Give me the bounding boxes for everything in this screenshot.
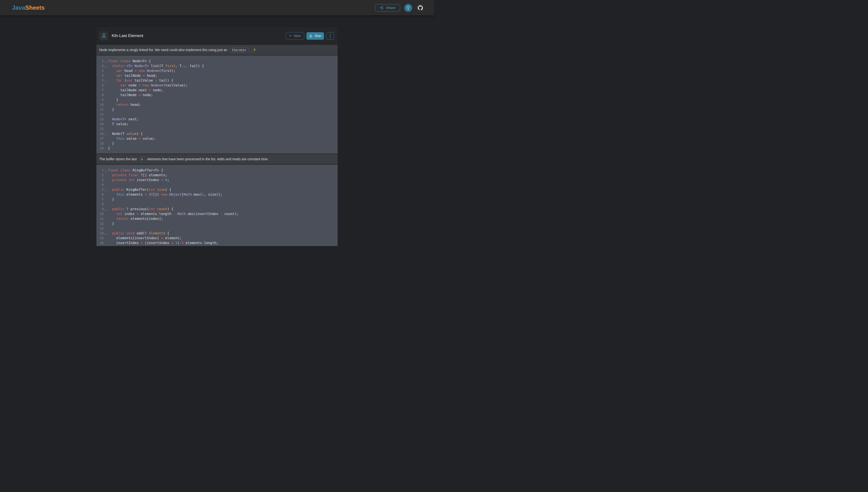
line-number: 15 (98, 127, 104, 131)
code-text: private int insertIndex = 0; (108, 178, 169, 182)
fold-spacer (104, 202, 108, 206)
code-text: tailNode.next = node; (108, 88, 163, 92)
idea-button[interactable] (404, 4, 412, 12)
app-header: JavaSheets Share (0, 0, 434, 16)
line-number: 14 (98, 122, 104, 126)
code-text: public RingBuffer(int size) { (108, 188, 171, 192)
line-number: 14 (98, 231, 104, 235)
line-number: 1 (98, 59, 104, 63)
fold-spacer (104, 226, 108, 231)
fold-toggle-icon[interactable] (104, 231, 108, 236)
fold-spacer (104, 146, 108, 151)
fold-spacer (104, 107, 108, 112)
code-text: } (108, 222, 114, 225)
fold-toggle-icon[interactable] (104, 78, 108, 83)
fold-spacer (104, 236, 108, 241)
code-cell[interactable]: 1final class Node<T> {2 static <T> Node<… (96, 55, 338, 153)
code-line: 4 (98, 182, 335, 187)
flask-icon-box (99, 31, 108, 41)
code-line: 3 private int insertIndex = 0; (98, 177, 335, 182)
line-number: 12 (98, 112, 104, 116)
code-text: var node = new Node<>(tailValue); (108, 83, 188, 87)
code-line: 6 this.elements = (T[]) new Object[Math.… (98, 192, 335, 197)
line-number: 4 (98, 74, 104, 77)
chevron-down-icon (105, 133, 107, 135)
chevron-down-icon (105, 65, 107, 67)
code-text: public void add(T element) { (108, 231, 169, 235)
fold-spacer (104, 141, 108, 146)
line-number: 1 (98, 168, 104, 172)
code-line: 2 private final T[] elements; (98, 173, 335, 177)
line-number: 6 (98, 193, 104, 196)
code-text: this.value = value; (108, 137, 155, 141)
cell-menu-button[interactable] (326, 32, 334, 40)
line-number: 7 (98, 197, 104, 201)
code-text: insertIndex = (insertIndex + 1) % elemen… (108, 241, 218, 245)
code-line: 15 (98, 126, 335, 131)
fold-spacer (104, 216, 108, 221)
line-number: 7 (98, 88, 104, 92)
markdown-cell[interactable]: Node implements a singly linked list. We… (96, 44, 338, 55)
code-line: 12 (98, 112, 335, 117)
line-number: 8 (98, 202, 104, 206)
run-button[interactable]: Run (306, 32, 324, 40)
line-number: 2 (98, 64, 104, 68)
code-line: 14 T value; (98, 122, 335, 126)
fold-toggle-icon[interactable] (104, 168, 108, 173)
code-line: 2 static <T> Node<T> list(T first, T... … (98, 64, 335, 68)
markdown-text-run: . 🏃 (250, 48, 257, 52)
code-text: return head; (108, 103, 141, 106)
line-number: 18 (98, 141, 104, 145)
fold-spacer (104, 182, 108, 187)
cells-list: Node implements a singly linked list. We… (96, 44, 338, 246)
code-line: 4 var tailNode = head; (98, 73, 335, 78)
sheet-title: Kth-Last Element (112, 33, 143, 38)
new-cell-button[interactable]: + New (286, 32, 304, 40)
code-line: 19} (98, 146, 335, 151)
github-button[interactable] (416, 4, 424, 12)
code-text: int index = elements.length - Math.abs(i… (108, 212, 239, 216)
markdown-text-run: Node implements a singly linked list. We… (99, 48, 228, 52)
code-line: 5 for (var tailValue : tail) { (98, 78, 335, 83)
chevron-down-icon (105, 80, 107, 82)
line-number: 11 (98, 107, 104, 112)
line-number: 8 (98, 93, 104, 97)
markdown-text: Node implements a singly linked list. We… (99, 48, 257, 52)
fold-spacer (104, 177, 108, 182)
fold-toggle-icon[interactable] (104, 64, 108, 68)
flame-icon (309, 34, 313, 38)
fold-toggle-icon[interactable] (104, 187, 108, 192)
fold-spacer (104, 97, 108, 102)
sheet-container: Kth-Last Element + New Run Node impleme (96, 27, 338, 246)
fold-toggle-icon[interactable] (104, 131, 108, 136)
code-line: 18 } (98, 141, 335, 146)
share-button[interactable]: Share (375, 4, 400, 11)
kebab-icon (330, 34, 331, 34)
line-number: 13 (98, 226, 104, 230)
plus-icon: + (289, 34, 292, 38)
run-button-label: Run (315, 34, 321, 38)
markdown-cell[interactable]: The buffer stores the last n elements th… (96, 153, 338, 164)
new-button-label: New (294, 34, 301, 38)
lightbulb-icon (406, 6, 410, 10)
fold-spacer (104, 68, 108, 73)
code-text: var tailNode = head; (108, 74, 157, 77)
code-line: 13 (98, 226, 335, 231)
fold-toggle-icon[interactable] (104, 58, 108, 64)
code-line: 16 insertIndex = (insertIndex + 1) % ele… (98, 241, 335, 245)
line-number: 10 (98, 103, 104, 106)
markdown-text-run: elements that have been processed in the… (146, 157, 269, 161)
code-line: 6 var node = new Node<>(tailValue); (98, 83, 335, 88)
fold-spacer (104, 117, 108, 122)
code-line: 10 return head; (98, 102, 335, 107)
code-text: } (108, 141, 114, 145)
code-cell[interactable]: 1final class RingBuffer<T> {2 private fi… (96, 164, 338, 246)
app-logo-java: Java (12, 4, 25, 11)
fold-toggle-icon[interactable] (104, 206, 108, 212)
code-text: final class Node<T> { (108, 59, 151, 63)
code-line: 10 int index = elements.length - Math.ab… (98, 212, 335, 216)
code-line: 11 return elements[index]; (98, 216, 335, 221)
fold-spacer (104, 173, 108, 177)
line-number: 9 (98, 207, 104, 211)
sheet-actions: + New Run (286, 32, 334, 40)
